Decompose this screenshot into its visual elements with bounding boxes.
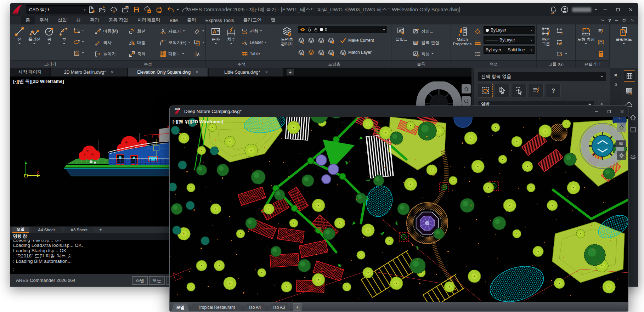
table-button[interactable]: Table xyxy=(241,49,260,58)
ellipse-button[interactable] xyxy=(73,37,84,46)
fillet-button[interactable]: 모깍기(F) xyxy=(160,38,190,47)
arc-button[interactable]: 호 xyxy=(56,25,72,59)
clipboard-button[interactable]: 클립보드 xyxy=(612,25,635,59)
layer-unlock-button[interactable] xyxy=(328,48,334,57)
palette-properties-button[interactable] xyxy=(624,70,635,82)
new-doc-tab-button[interactable]: + xyxy=(287,69,294,75)
layer-on-button[interactable] xyxy=(308,48,315,57)
new-sheet-button[interactable]: + xyxy=(97,227,104,232)
layer-freeze-button[interactable] xyxy=(318,36,324,45)
open-drawing-button[interactable] xyxy=(120,5,130,14)
rectangle-button[interactable] xyxy=(73,26,84,35)
tab-manage[interactable]: 관리 xyxy=(85,16,104,24)
tab-output[interactable]: 출력 xyxy=(182,16,201,24)
layer-combo[interactable]: 0 xyxy=(298,26,387,33)
selection-combo[interactable]: 선택 항목 없음 xyxy=(478,72,606,81)
minimize-button[interactable] xyxy=(600,5,610,14)
save-button[interactable] xyxy=(131,5,141,14)
sheet-tab-a4[interactable]: A4 Sheet xyxy=(31,227,62,233)
pin-icon[interactable] xyxy=(613,83,618,88)
explode-button[interactable] xyxy=(194,49,200,58)
sheet-tab-model[interactable]: 모델 xyxy=(12,227,29,233)
account-caret[interactable] xyxy=(595,9,597,11)
line-button[interactable]: 선 xyxy=(12,25,27,59)
viewport-controls-label[interactable]: [-][맨 위][2D Wireframe] xyxy=(13,78,64,85)
tab-insert[interactable]: 삽입 xyxy=(53,16,72,24)
floating-tab-model[interactable]: 모델 xyxy=(171,304,190,311)
panel-help-button[interactable]: ? xyxy=(546,84,561,97)
doc-minimize-icon[interactable] xyxy=(614,18,619,23)
linetype-tool[interactable] xyxy=(474,49,481,58)
print-button[interactable] xyxy=(154,5,164,14)
quick-group-button[interactable]: 빠른그룹 xyxy=(538,25,554,59)
notification-bell-icon[interactable] xyxy=(549,6,557,13)
undo-button[interactable] xyxy=(165,5,175,14)
redo-button[interactable] xyxy=(180,5,190,14)
doc-tab-start-page[interactable]: 시작 페이지 xyxy=(10,68,50,76)
tab-home[interactable]: 홈 xyxy=(21,16,35,24)
quick-calc-button[interactable] xyxy=(598,27,604,36)
floating-viewport-label[interactable]: [-][맨 위][2D Wireframe] xyxy=(173,119,224,125)
calculator-button[interactable] xyxy=(598,49,604,58)
linetype-combo[interactable]: ByLayerSolid line xyxy=(484,46,535,54)
cloud-save-button[interactable] xyxy=(143,5,153,14)
doc-restore-icon[interactable] xyxy=(622,18,627,23)
floating-settings-button[interactable] xyxy=(617,151,626,160)
match-layer-button[interactable]: Match Layer xyxy=(340,48,372,57)
doc-tab-metro[interactable]: 2D Metro Berlin.dwg*× xyxy=(51,68,127,76)
group-toggle-button[interactable] xyxy=(557,49,567,58)
insert-block-button[interactable]: 삽입... xyxy=(394,25,409,59)
doc-close-icon[interactable] xyxy=(630,18,634,23)
sheet-tab-a3[interactable]: A3 Sheet xyxy=(63,227,95,233)
user-account-icon[interactable] xyxy=(561,6,569,13)
hatch-button[interactable] xyxy=(73,49,84,58)
tab-collaborate[interactable]: 공동 작업 xyxy=(104,16,133,24)
lineweight-combo[interactable]: ByLayer xyxy=(484,36,535,44)
panel-close-icon[interactable]: × xyxy=(614,72,617,78)
floating-new-sheet-button[interactable]: + xyxy=(293,303,301,311)
define-block-button[interactable]: 정의... xyxy=(413,27,433,36)
palette-settings-button[interactable] xyxy=(628,152,638,163)
maximize-button[interactable] xyxy=(613,5,622,14)
floating-minimize-icon[interactable] xyxy=(594,109,599,114)
close-tab-icon[interactable]: × xyxy=(265,69,268,75)
close-tab-icon[interactable]: × xyxy=(196,69,198,75)
tab-plugins[interactable]: 플러그인 xyxy=(238,16,266,24)
floating-tab-isoa3[interactable]: Iso A3 xyxy=(267,304,291,311)
tab-bim[interactable]: BIM xyxy=(165,16,182,24)
trim-button[interactable]: 자르기 xyxy=(160,27,185,36)
layer-thaw-button[interactable] xyxy=(318,48,324,57)
scale-button[interactable]: 축척 xyxy=(129,49,146,58)
rotation-badge[interactable]: 90 xyxy=(616,140,626,147)
qat-customize-caret[interactable] xyxy=(195,9,197,11)
collapse-ribbon-icon[interactable] xyxy=(600,18,605,23)
redo-caret[interactable] xyxy=(192,9,194,11)
select-window-button[interactable] xyxy=(512,84,527,97)
close-button[interactable] xyxy=(626,5,635,14)
layer-off-button[interactable] xyxy=(298,48,305,57)
select-rotate-button[interactable] xyxy=(478,84,493,97)
linear-dim-button[interactable]: 선형 xyxy=(241,27,262,36)
attributes-button[interactable]: 특성 xyxy=(413,49,434,58)
polyline-button[interactable]: 폴리선 xyxy=(27,25,42,59)
lineweight-tool[interactable] xyxy=(474,38,481,47)
doc-tab-little[interactable]: Little Square.dwg*× xyxy=(209,68,284,76)
match-properties-button[interactable]: MatchProperties xyxy=(452,25,473,59)
palette-toolmatrix-button[interactable] xyxy=(624,86,634,97)
open-button[interactable] xyxy=(97,5,107,14)
select-entities-button[interactable] xyxy=(495,84,510,97)
palette-box-button[interactable] xyxy=(628,124,638,135)
floating-title-bar[interactable]: 2026 Deep Nature Camping.dwg* xyxy=(170,106,628,117)
layer-unisolate-button[interactable] xyxy=(308,36,315,45)
workspace-select[interactable]: CAD 일반 xyxy=(26,5,89,14)
floating-maximize-icon[interactable] xyxy=(607,109,612,114)
copy-button[interactable]: 복사 xyxy=(95,38,112,47)
paint-tool[interactable] xyxy=(474,27,481,36)
text-button[interactable]: 문자 xyxy=(208,25,224,59)
make-current-button[interactable]: Make Current xyxy=(340,36,374,45)
tab-parametric[interactable]: 파라메트릭 xyxy=(133,16,165,24)
group-edit-button[interactable] xyxy=(557,38,563,47)
stretch-button[interactable]: 늘이기 xyxy=(95,49,116,58)
new-file-button[interactable] xyxy=(86,5,96,14)
rotate-button[interactable]: 회전 xyxy=(129,27,146,36)
